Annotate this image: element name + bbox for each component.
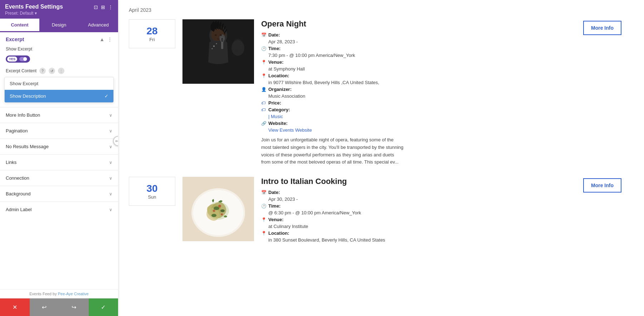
cooking-event-title: Intro to Italian Cooking [261,177,576,186]
connection-header[interactable]: Connection ∨ [0,170,118,186]
cooking-more-info-button[interactable]: More Info [583,178,621,193]
panel-tabs: Content Design Advanced [0,19,118,32]
opera-location-meta: 📍 Location: [261,73,576,78]
excerpt-more-icon[interactable]: ⋮ [107,37,112,42]
cooking-date-box: 30 Sun [129,177,175,206]
opera-organizer-value-text: Music Association [268,93,305,99]
undo-icon: ↩ [42,304,47,311]
svg-rect-5 [221,37,224,42]
no-results-chevron: ∨ [109,144,112,149]
connection-section: Connection ∨ [0,170,118,186]
location-icon: 📍 [261,73,267,78]
svg-point-12 [233,39,243,50]
excerpt-collapse-icon[interactable]: ▲ [99,37,104,42]
admin-label-section: Admin Label ∨ [0,201,118,217]
opera-category-link[interactable]: | Music [268,114,283,119]
more-info-button-section: More Info Button ∨ [0,107,118,123]
links-chevron: ∨ [109,160,112,165]
opera-category-value: | Music [261,114,576,119]
connection-label: Connection [6,175,29,181]
menu-icon[interactable]: ⋮ [108,4,113,10]
opera-location-value: in 9077 Wilshire Blvd, Beverly Hills ,CA… [261,80,576,85]
pagination-chevron: ∨ [109,128,112,133]
dropdown-option-excerpt[interactable]: Show Excerpt [5,77,113,90]
opera-venue-value: at Symphony Hall [261,66,576,72]
show-excerpt-toggle[interactable]: YES [6,55,30,63]
cooking-venue-icon: 📍 [261,217,267,222]
opera-event-details: Opera Night 📅 Date: Apr 28, 2023 - 🕐 Tim… [261,19,576,166]
opera-date-value: Apr 28, 2023 - [261,39,576,44]
admin-label-header[interactable]: Admin Label ∨ [0,202,118,217]
panel-preset[interactable]: Preset: Default ▾ [5,11,63,16]
dropdown-option-description[interactable]: Show Description [5,90,113,102]
excerpt-reset-icon[interactable]: ↺ [49,68,55,74]
panel-title: Events Feed Settings [5,4,63,10]
toggle-yes-label: YES [7,57,17,62]
excerpt-options-icon[interactable]: ⋮ [58,68,64,74]
event-card-cooking: 30 Sun [129,177,633,244]
confirm-button[interactable]: ✓ [89,298,118,316]
cooking-time-value-row: @ 6:30 pm - @ 10:00 pm America/New_York [261,210,576,215]
resize-arrows-icon: ⟺ [115,138,118,144]
redo-button[interactable]: ↪ [59,298,89,316]
svg-point-6 [213,45,215,47]
footer-link[interactable]: Pee-Aye Creative [58,292,89,296]
cooking-calendar-icon: 📅 [261,190,267,195]
opera-category-meta: 🏷 Category: [261,107,576,112]
opera-date-box: 28 Fri [129,19,175,48]
undo-button[interactable]: ↩ [30,298,59,316]
more-info-button-header[interactable]: More Info Button ∨ [0,107,118,123]
cooking-venue-value-text: at Culinary Institute [268,224,308,229]
calendar-icon: 📅 [261,33,267,38]
left-panel: Events Feed Settings Preset: Default ▾ ⊡… [0,0,118,316]
opera-venue-label: Venue: [268,59,284,65]
panel-body: Excerpt ▲ ⋮ Show Excerpt YES Excerpt Con… [0,32,118,289]
cooking-date-value-text: Apr 30, 2023 - [268,196,298,202]
layout-icon[interactable]: ⊞ [101,4,105,10]
admin-label-chevron: ∨ [109,207,112,212]
opera-website-value: View Events Website [261,127,576,133]
opera-website-meta: 🔗 Website: [261,121,576,126]
website-icon: 🔗 [261,121,267,126]
background-header[interactable]: Background ∨ [0,186,118,201]
opera-date-day: Fri [136,37,168,42]
links-header[interactable]: Links ∨ [0,155,118,170]
cooking-date-day: Sun [136,194,168,200]
cooking-event-details: Intro to Italian Cooking 📅 Date: Apr 30,… [261,177,576,244]
expand-icon[interactable]: ⊡ [94,4,98,10]
toggle-track [19,57,27,61]
excerpt-section-title: Excerpt [6,37,24,42]
opera-time-label: Time: [268,46,280,51]
background-section: Background ∨ [0,186,118,201]
opera-venue-value-text: at Symphony Hall [268,66,305,72]
opera-more-info-button[interactable]: More Info [583,21,621,35]
admin-label-label: Admin Label [6,207,31,212]
opera-location-label: Location: [268,73,289,78]
cooking-date-number: 30 [136,183,168,194]
excerpt-help-icon[interactable]: ? [39,68,46,74]
opera-organizer-value: Music Association [261,93,576,99]
opera-website-link[interactable]: View Events Website [268,127,312,133]
pagination-header[interactable]: Pagination ∨ [0,123,118,138]
venue-icon: 📍 [261,60,267,65]
organizer-icon: 👤 [261,87,267,92]
right-content: April 2023 28 Fri [118,0,644,316]
tab-design[interactable]: Design [39,19,79,32]
opera-date-label: Date: [268,32,280,38]
tab-advanced[interactable]: Advanced [79,19,118,32]
toggle-thumb [23,57,27,61]
opera-category-label: Category: [268,107,290,112]
tab-content[interactable]: Content [0,19,39,32]
svg-point-22 [208,202,229,220]
background-chevron: ∨ [109,191,112,196]
cancel-button[interactable]: ✕ [0,298,30,316]
opera-time-meta: 🕐 Time: [261,46,576,51]
opera-description: Join us for an unforgettable night of op… [261,136,404,166]
no-results-header[interactable]: No Results Message ∨ [0,139,118,154]
cooking-venue-meta: 📍 Venue: [261,217,576,222]
connection-chevron: ∨ [109,176,112,181]
svg-point-10 [220,34,222,36]
cooking-location-icon: 📍 [261,231,267,236]
confirm-icon: ✓ [101,304,106,311]
cooking-location-label: Location: [268,230,289,236]
